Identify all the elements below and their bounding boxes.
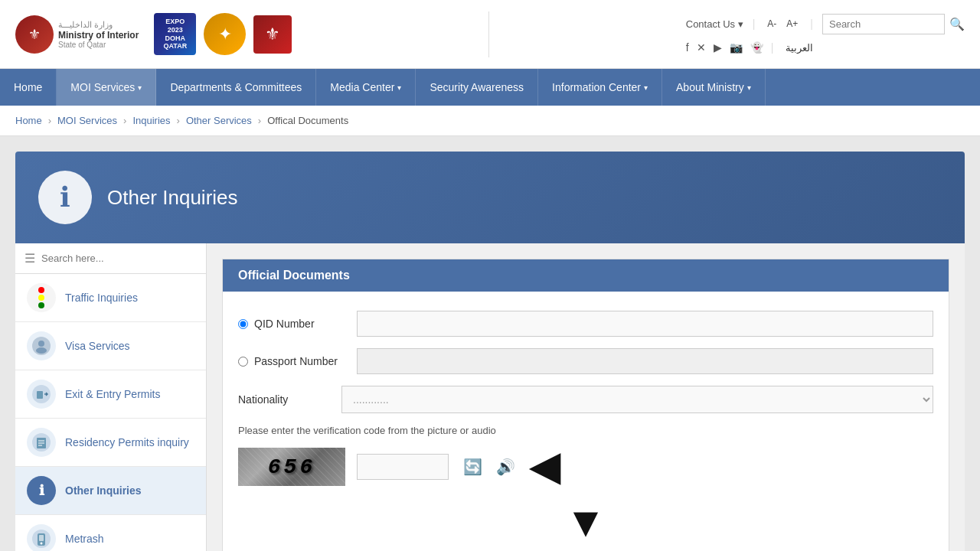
expo-badge: EXPO2023DOHAQATAR: [154, 13, 196, 55]
breadcrumb: Home › MOI Services › Inquiries › Other …: [15, 115, 965, 126]
captcha-refresh-button[interactable]: 🔄: [460, 455, 485, 479]
traffic-icon: [27, 283, 56, 312]
captcha-audio-button[interactable]: 🔊: [493, 455, 518, 479]
svg-rect-12: [39, 535, 44, 541]
contact-us-button[interactable]: Contact Us ▾: [686, 18, 743, 30]
sidebar-item-residency[interactable]: Residency Permits inquiry: [15, 419, 206, 467]
nationality-select[interactable]: ............ Qatar Saudi Arabia Egypt In…: [341, 386, 933, 413]
sidebar-traffic-label: Traffic Inquiries: [65, 292, 138, 304]
captcha-input[interactable]: [357, 454, 449, 480]
svg-point-13: [41, 543, 43, 545]
nav-security-awareness[interactable]: Security Awareness: [416, 69, 538, 106]
banner-icon: ℹ: [38, 171, 92, 224]
nav-media-center[interactable]: Media Center ▾: [316, 69, 416, 106]
captcha-row: 656 🔄 🔊 ◀: [238, 448, 933, 486]
logo-area: ⚜ وزارة الداخليـــة Ministry of Interior…: [15, 13, 292, 55]
info-center-chevron: ▾: [644, 83, 648, 92]
breadcrumb-sep-2: ›: [123, 115, 126, 126]
font-decrease-button[interactable]: A-: [764, 17, 779, 31]
passport-row: Passport Number: [238, 348, 933, 374]
svg-rect-4: [37, 391, 43, 399]
qid-input[interactable]: [357, 311, 933, 337]
breadcrumb-current: Offical Documents: [267, 115, 348, 126]
captcha-image: 656: [238, 448, 345, 486]
font-size-controls: A- A+: [764, 17, 801, 31]
qid-row: QID Number: [238, 311, 933, 337]
divider: [488, 11, 489, 57]
breadcrumb-home[interactable]: Home: [15, 115, 42, 126]
instagram-icon[interactable]: 📷: [730, 41, 743, 54]
passport-radio[interactable]: [238, 357, 248, 367]
sidebar-visa-label: Visa Services: [65, 340, 130, 352]
youtube-icon[interactable]: ▶: [714, 41, 722, 54]
tertiary-logo: ⚜: [253, 15, 292, 54]
facebook-icon[interactable]: f: [686, 41, 689, 54]
down-arrow-indicator: ▼: [238, 501, 933, 543]
svg-point-1: [38, 341, 44, 347]
sidebar-exit-entry-label: Exit & Entry Permits: [65, 388, 160, 400]
qid-label[interactable]: QID Number: [254, 318, 315, 330]
residency-icon: [27, 428, 56, 457]
header-search-button[interactable]: 🔍: [949, 17, 965, 31]
breadcrumb-sep-4: ›: [258, 115, 261, 126]
breadcrumb-sep-3: ›: [177, 115, 180, 126]
passport-input[interactable]: [357, 348, 933, 374]
sidebar-search-input[interactable]: [41, 253, 197, 264]
down-arrow-icon: ▼: [565, 501, 606, 543]
nav-about-ministry[interactable]: About Ministry ▾: [662, 69, 766, 106]
visa-icon: [27, 331, 56, 360]
header-search-input[interactable]: [822, 14, 945, 34]
sidebar-item-exit-entry[interactable]: Exit & Entry Permits: [15, 370, 206, 419]
state-name: State of Qatar: [58, 41, 139, 49]
org-name: Ministry of Interior: [58, 30, 139, 41]
left-arrow-icon: ◀: [530, 448, 559, 486]
captcha-actions: 🔄 🔊: [460, 455, 518, 479]
passport-radio-group: Passport Number: [238, 355, 345, 367]
nav-home[interactable]: Home: [0, 69, 57, 106]
nav-information-center[interactable]: Information Center ▾: [538, 69, 662, 106]
exit-entry-icon: [27, 380, 56, 409]
sidebar-item-metrash[interactable]: Metrash: [15, 515, 206, 551]
font-increase-button[interactable]: A+: [783, 17, 801, 31]
breadcrumb-inquiries[interactable]: Inquiries: [132, 115, 170, 126]
svg-point-2: [36, 347, 47, 354]
main-content: ☰ Traffic Inquiries Visa Serv: [15, 243, 965, 551]
sidebar-other-label: Other Inquiries: [65, 484, 142, 497]
about-ministry-chevron: ▾: [747, 83, 751, 92]
verification-instruction: Please enter the verification code from …: [238, 425, 933, 436]
arabic-org-name: وزارة الداخليـــة: [58, 20, 139, 30]
form-card-body: QID Number Passport Number Nationality: [223, 292, 949, 551]
nav-moi-services[interactable]: MOI Services ▾: [57, 69, 156, 106]
official-documents-card: Official Documents QID Number Passport N…: [222, 259, 949, 551]
qid-radio-group: QID Number: [238, 318, 345, 330]
sidebar-item-other-inquiries[interactable]: ℹ Other Inquiries: [15, 467, 206, 515]
page-title: Other Inquiries: [107, 186, 238, 210]
twitter-icon[interactable]: ✕: [697, 41, 706, 54]
moi-services-chevron: ▾: [138, 83, 142, 92]
form-card-title: Official Documents: [223, 259, 949, 292]
sidebar-search-icon: ☰: [24, 251, 35, 266]
sidebar-item-traffic[interactable]: Traffic Inquiries: [15, 274, 206, 322]
nav-departments[interactable]: Departments & Committees: [156, 69, 316, 106]
form-area: Official Documents QID Number Passport N…: [207, 243, 965, 551]
sidebar-metrash-label: Metrash: [65, 533, 104, 545]
breadcrumb-sep-1: ›: [48, 115, 51, 126]
sidebar-search-bar: ☰: [15, 243, 206, 274]
nationality-label: Nationality: [238, 393, 330, 406]
qid-radio[interactable]: [238, 319, 248, 329]
arabic-language-button[interactable]: العربية: [781, 41, 818, 55]
snapchat-icon[interactable]: 👻: [750, 41, 763, 54]
breadcrumb-moi-services[interactable]: MOI Services: [57, 115, 117, 126]
media-center-chevron: ▾: [397, 83, 401, 92]
sidebar-item-visa[interactable]: Visa Services: [15, 322, 206, 370]
page-banner: ℹ Other Inquiries: [15, 152, 965, 243]
breadcrumb-other-services[interactable]: Other Services: [186, 115, 252, 126]
nationality-row: Nationality ............ Qatar Saudi Ara…: [238, 386, 933, 413]
sidebar-residency-label: Residency Permits inquiry: [65, 436, 189, 448]
passport-label[interactable]: Passport Number: [254, 355, 338, 367]
secondary-logo: ✦: [204, 13, 246, 55]
moi-emblem: ⚜: [15, 15, 54, 54]
metrash-icon: [27, 524, 56, 551]
other-inquiries-icon: ℹ: [27, 476, 56, 505]
main-navigation: Home MOI Services ▾ Departments & Commit…: [0, 69, 980, 106]
